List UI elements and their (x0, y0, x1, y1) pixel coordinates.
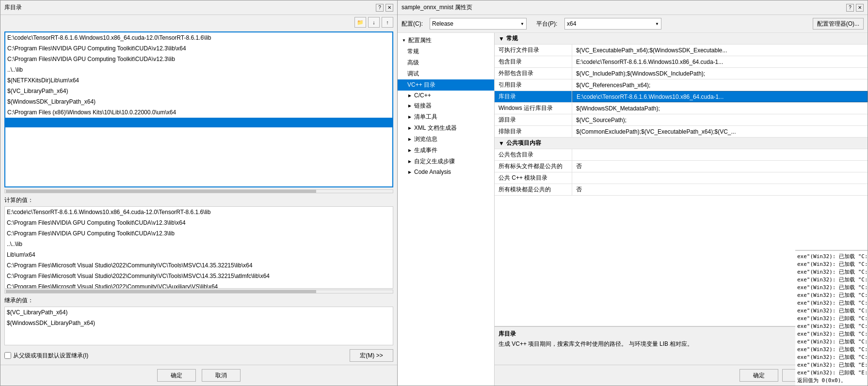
computed-item: ..\..\lib (5, 239, 393, 249)
config-label: 配置(C): (402, 20, 426, 28)
horizontal-scrollbar[interactable] (4, 189, 393, 193)
list-item[interactable]: E:\code\c\TensorRT-8.6.1.6.Windows10.x86… (5, 32, 392, 43)
list-item[interactable]: $(VC_LibraryPath_x64) (5, 86, 392, 96)
move-up-btn[interactable]: ↑ (382, 17, 393, 28)
tree-item-label: XML 文档生成器 (414, 124, 457, 132)
prop-row-include[interactable]: 包含目录 E:\code\c\TensorRT-8.6.1.6.Windows1… (495, 56, 868, 68)
right-titlebar-buttons: ? ✕ (846, 4, 864, 12)
section-public-header[interactable]: ▼ 公共项目内容 (495, 138, 868, 149)
output-line: exe"(Win32): 已加载 "C:\Windows\System32\ke… (797, 354, 866, 361)
tree-panel: ▼ 配置属性 常规 高级 调试 VC++ 目录 ▶ C/C++ ▶ 链接器 (398, 33, 495, 386)
tree-item-xml-doc[interactable]: ▶ XML 文档生成器 (398, 123, 494, 134)
prop-row-public-include[interactable]: 公共包含目录 (495, 149, 868, 161)
tree-item-build-events[interactable]: ▶ 生成事件 (398, 145, 494, 156)
tree-item-general[interactable]: 常规 (398, 46, 494, 57)
output-line: exe"(Win32): 已加载 "C:\Windows\System32\se… (797, 338, 866, 346)
inherit-checkbox[interactable] (4, 352, 11, 359)
tree-item-config-props[interactable]: ▼ 配置属性 (398, 35, 494, 46)
prop-row-all-modules-public[interactable]: 所有模块都是公共的 否 (495, 184, 868, 196)
output-line: exe"(Win32): 已加载 "C:\Windows\System32\cf… (797, 299, 866, 307)
tree-item-label: 自定义生成步骤 (414, 157, 455, 166)
prop-name-library: 库目录 (495, 91, 572, 102)
left-cancel-btn[interactable]: 取消 (202, 369, 241, 382)
right-ok-btn[interactable]: 确定 (739, 369, 778, 382)
left-close-btn[interactable]: ✕ (386, 4, 393, 12)
folder-icon-btn[interactable]: 📁 (354, 17, 366, 28)
prop-row-executable[interactable]: 可执行文件目录 $(VC_ExecutablePath_x64);$(Windo… (495, 45, 868, 56)
expand-icon: ▶ (407, 126, 412, 130)
tree-item-label: 调试 (407, 70, 419, 78)
prop-name-public-module: 公共 C++ 模块目录 (495, 172, 572, 184)
prop-row-external-include[interactable]: 外部包含目录 $(VC_IncludePath);$(WindowsSDK_In… (495, 68, 868, 79)
prop-value-external-include: $(VC_IncludePath);$(WindowsSDK_IncludePa… (572, 68, 868, 79)
prop-row-winrt-lib[interactable]: Windows 运行库目录 $(WindowsSDK_MetadataPath)… (495, 103, 868, 114)
list-item[interactable]: $(NETFXKitsDir)Lib\um\x64 (5, 75, 392, 86)
prop-row-public-module[interactable]: 公共 C++ 模块目录 (495, 172, 868, 184)
prop-row-exclude[interactable]: 排除目录 $(CommonExcludePath);$(VC_Executabl… (495, 126, 868, 138)
computed-item: C:\Program Files\NVIDIA GPU Computing To… (5, 217, 393, 228)
tree-item-browse[interactable]: ▶ 浏览信息 (398, 134, 494, 145)
move-down-btn[interactable]: ↓ (368, 17, 380, 28)
prop-row-library[interactable]: 库目录 E:\code\c\TensorRT-8.6.1.6.Windows10… (495, 91, 868, 103)
list-item[interactable]: C:\Program Files\NVIDIA GPU Computing To… (5, 43, 392, 54)
prop-value-executable: $(VC_ExecutablePath_x64);$(WindowsSDK_Ex… (572, 45, 868, 56)
computed-list[interactable]: E:\code\c\TensorRT-8.6.1.6.Windows10.x86… (4, 206, 393, 289)
right-help-btn[interactable]: ? (846, 4, 854, 12)
tree-item-label: 链接器 (414, 102, 432, 110)
tree-item-linker[interactable]: ▶ 链接器 (398, 100, 494, 111)
output-panel[interactable]: exe"(Win32): 已加载 "C:\Windows\System32\ms… (795, 250, 868, 386)
prop-value-public-include (572, 149, 868, 160)
list-item-empty-selected[interactable] (5, 118, 392, 127)
expand-icon: ▶ (407, 93, 412, 98)
lib-dir-list[interactable]: E:\code\c\TensorRT-8.6.1.6.Windows10.x86… (4, 31, 393, 187)
platform-dropdown[interactable]: x64 ▼ (564, 18, 661, 30)
inherit-checkbox-label: 从父级或项目默认设置继承(I) (13, 352, 88, 360)
computed-scrollbar-thumb (6, 290, 316, 293)
prop-name-public-include: 公共包含目录 (495, 149, 572, 160)
tree-item-cpp[interactable]: ▶ C/C++ (398, 91, 494, 100)
expand-icon: ▶ (407, 137, 412, 141)
tree-item-manifest[interactable]: ▶ 清单工具 (398, 111, 494, 123)
computed-horizontal-scrollbar[interactable] (4, 290, 393, 293)
list-item[interactable]: C:\Program Files (x86)\Windows Kits\10\L… (5, 107, 392, 118)
macro-btn[interactable]: 宏(M) >> (350, 349, 393, 362)
left-ok-btn[interactable]: 确定 (157, 369, 196, 382)
platform-label: 平台(P): (536, 20, 561, 28)
output-line: exe"(Win32): 已加载 "C:\Windows\System32\wl… (797, 323, 866, 330)
list-item[interactable]: ..\..\lib (5, 64, 392, 75)
right-close-btn[interactable]: ✕ (856, 4, 864, 12)
output-line: exe"(Win32): 已加载 "C:\Windows\System32\cr… (797, 261, 866, 268)
prop-row-source[interactable]: 源目录 $(VC_SourcePath); (495, 114, 868, 126)
inherited-item: $(WindowsSDK_LibraryPath_x64) (5, 318, 393, 328)
prop-name-winrt-lib: Windows 运行库目录 (495, 103, 572, 114)
inherited-list[interactable]: $(VC_LibraryPath_x64) $(WindowsSDK_Libra… (4, 307, 393, 345)
list-item[interactable]: $(WindowsSDK_LibraryPath_x64) (5, 96, 392, 107)
output-line: exe"(Win32): 已卸载 "E:\code\c\TensorRT-8.6… (797, 369, 866, 377)
computed-item: E:\code\c\TensorRT-8.6.1.6.Windows10.x86… (5, 207, 393, 217)
prop-row-all-headers-public[interactable]: 所有标头文件都是公共的 否 (495, 161, 868, 172)
section-general-header[interactable]: ▼ 常规 (495, 33, 868, 45)
prop-value-winrt-lib: $(WindowsSDK_MetadataPath); (572, 103, 868, 114)
prop-value-include: E:\code\c\TensorRT-8.6.1.6.Windows10.x86… (572, 56, 868, 67)
left-dialog-buttons: 确定 取消 (0, 365, 397, 386)
prop-value-reference: $(VC_ReferencesPath_x64); (572, 79, 868, 91)
prop-name-include: 包含目录 (495, 56, 572, 67)
inherit-checkbox-row: 从父级或项目默认设置继承(I) 宏(M) >> (0, 346, 397, 365)
prop-name-all-headers-public: 所有标头文件都是公共的 (495, 161, 572, 172)
inherited-item: $(VC_LibraryPath_x64) (5, 307, 393, 318)
left-titlebar: 库目录 ? ✕ (0, 0, 397, 15)
tree-item-debug[interactable]: 调试 (398, 68, 494, 79)
left-help-btn[interactable]: ? (376, 4, 384, 12)
config-mgr-btn[interactable]: 配置管理器(O)... (813, 18, 864, 30)
tree-item-advanced[interactable]: 高级 (398, 57, 494, 68)
left-titlebar-buttons: ? ✕ (376, 4, 393, 12)
prop-row-reference[interactable]: 引用目录 $(VC_ReferencesPath_x64); (495, 79, 868, 91)
output-line: exe"(Win32): 已加载 "C:\Windows\System32\cf… (797, 292, 866, 299)
config-dropdown[interactable]: Release ▼ (430, 18, 527, 30)
tree-item-custom-build[interactable]: ▶ 自定义生成步骤 (398, 156, 494, 167)
output-line: exe"(Win32): 已加载 "C:\Windows\System32\nv… (797, 330, 866, 338)
tree-item-vc-dirs[interactable]: VC++ 目录 (398, 79, 494, 91)
tree-item-code-analysis[interactable]: ▶ Code Analysis (398, 167, 494, 177)
list-item[interactable]: C:\Program Files\NVIDIA GPU Computing To… (5, 54, 392, 64)
output-line: exe"(Win32): 已加载 "C:\Windows\System32\sh… (797, 346, 866, 354)
